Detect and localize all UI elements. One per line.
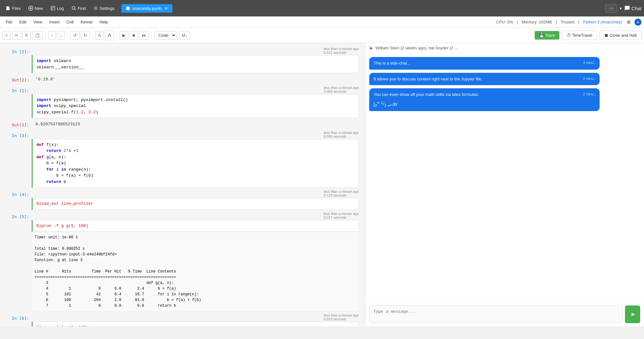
next-button[interactable]: ⏭ — [139, 31, 149, 40]
cell-2-input[interactable]: import sklearn sklearn.__version__ — [32, 55, 359, 73]
expand-icon[interactable]: ▶ — [370, 46, 373, 50]
cell-3-in-prompt: In [3]: — [6, 131, 32, 188]
send-button[interactable]: ➤ — [625, 305, 640, 323]
svg-point-1 — [72, 7, 75, 9]
save-button[interactable]: 💾 Save — [535, 31, 559, 40]
cell-1-input[interactable]: import pyximport; pyximport.install() im… — [32, 94, 359, 118]
cell-5-in-prompt: In [5]: — [6, 212, 32, 312]
redo-button[interactable]: ↻ — [81, 31, 90, 40]
chat-message-2-text: It allows you to discuss content right n… — [374, 77, 482, 81]
undo-button[interactable]: ↺ — [70, 31, 80, 40]
menu-help[interactable]: Help — [96, 18, 111, 26]
status-info: CPU: 0% | Memory: 102MB | Trusted | Pyth… — [496, 19, 641, 26]
cell-2-out-prompt: Out[2]: — [6, 75, 32, 84]
chat-label: Chat — [631, 6, 641, 11]
cell-type-select[interactable]: Code — [154, 31, 177, 40]
new-button[interactable]: New — [25, 4, 46, 13]
log-button[interactable]: Log — [47, 4, 67, 13]
chat-messages: This is a side-chat... 3 minu... It allo… — [365, 53, 644, 302]
notebook-tab[interactable]: anaconda.ipynb ✕ — [121, 4, 172, 13]
sep4 — [117, 31, 117, 40]
cell-5-meta: less than a minute ago0.011 seconds — [32, 212, 359, 219]
cell-4-in-prompt: In [4]: — [6, 190, 32, 210]
top-nav: Files New Log Find Settings anaconda.ipy… — [0, 0, 644, 16]
cell-3-input[interactable]: def f(x): return 2*x +1 def g(a, n): b =… — [32, 139, 359, 188]
anaconda-icon: A — [634, 19, 641, 26]
sep5 — [151, 31, 152, 40]
cell-3: In [3]: less than a minute ago0.009 seco… — [6, 131, 359, 188]
find-button[interactable]: Find — [68, 4, 89, 13]
markdown-button[interactable]: M↓ — [179, 31, 190, 40]
cell-2: In [2]: less than a minute ago0.121 seco… — [6, 47, 359, 73]
move-down-button[interactable]: ↓ — [57, 31, 65, 40]
cell-6: In [6]: less than a minute ago0.013 seco… — [6, 313, 359, 326]
cell-4-input[interactable]: %load_ext line_profiler — [32, 198, 359, 210]
settings-button[interactable]: Settings — [90, 4, 118, 13]
math-formula: ∫0∞ 1/1−x² dx — [374, 100, 595, 108]
sep3 — [93, 31, 93, 40]
files-button[interactable]: Files — [3, 4, 24, 13]
add-cell-button[interactable]: + — [3, 31, 11, 40]
halt-icon: ⏹ — [604, 33, 609, 38]
stop-button[interactable]: ■ — [130, 31, 138, 40]
cell-5-input[interactable]: %lprun -f g g(5, 100) — [32, 220, 359, 232]
chat-message-3-time: 2 minu... — [583, 91, 596, 97]
tab-close-icon[interactable]: ✕ — [164, 6, 168, 11]
save-icon: 💾 — [539, 33, 544, 38]
cut-button[interactable]: ✂ — [12, 31, 21, 40]
memory-status: Memory: 102MB — [522, 20, 552, 24]
kernel-circle-icon — [627, 20, 631, 24]
menu-view[interactable]: View — [30, 18, 45, 26]
cell-2-body: less than a minute ago0.121 seconds impo… — [32, 47, 359, 73]
chat-input-area: ➤ — [365, 302, 644, 326]
dropdown-icon[interactable]: ▾ — [620, 6, 622, 11]
send-icon: ➤ — [630, 311, 635, 318]
menu-kernel[interactable]: Kernel — [77, 18, 96, 26]
status-sep3: | — [578, 20, 579, 24]
toolbar: + ✂ ⎘ 📋 ↑ ↓ ↺ ↻ A A ▶ ■ ⏭ Code M↓ 💾 Save… — [0, 28, 644, 43]
cell-6-body: less than a minute ago0.013 seconds %lpr… — [32, 313, 359, 326]
cell-4-body: less than a minute ago0.123 seconds %loa… — [32, 190, 359, 210]
run-button[interactable]: ▶ — [119, 31, 128, 40]
move-up-button[interactable]: ↑ — [48, 31, 56, 40]
halt-button[interactable]: ⏹ Close and Halt — [600, 31, 641, 40]
chat-bubble-1: This is a side-chat... 3 minu... — [369, 57, 600, 70]
cell-5-output: Timer unit: 1e-06 s Total time: 0.000252… — [32, 232, 359, 311]
copy-button[interactable]: ⎘ — [23, 31, 31, 40]
cell-5-body: less than a minute ago0.011 seconds %lpr… — [32, 212, 359, 312]
notebook-area[interactable]: In [2]: less than a minute ago0.121 seco… — [0, 43, 365, 326]
cell-6-input[interactable]: %lprun -f f g(5, 100) — [32, 322, 359, 326]
nav-right: 📹 ▾ Chat — [605, 4, 641, 13]
menu-file[interactable]: File — [3, 18, 16, 26]
menu-insert[interactable]: Insert — [46, 18, 63, 26]
menu-cell[interactable]: Cell — [63, 18, 77, 26]
cell-1-out: Out[1]: 0.9207537886523123 — [6, 120, 359, 129]
find-label: Find — [78, 6, 86, 11]
status-sep2: | — [556, 20, 557, 24]
main-layout: In [2]: less than a minute ago0.121 seco… — [0, 43, 644, 326]
cell-3-meta: less than a minute ago0.009 seconds — [32, 131, 359, 138]
paste-button[interactable]: 📋 — [32, 31, 43, 40]
chat-message-2-time: 2 minu... — [583, 76, 596, 81]
chat-button[interactable]: Chat — [624, 5, 641, 11]
menu-edit[interactable]: Edit — [16, 18, 29, 26]
video-button[interactable]: 📹 — [605, 4, 617, 13]
trusted-badge: Trusted — [561, 20, 575, 24]
font-increase-button[interactable]: A — [105, 31, 114, 40]
chat-input[interactable] — [369, 305, 622, 323]
timetravel-icon: ⏱ — [567, 33, 571, 38]
cell-1-in-prompt: In [1]: — [6, 86, 32, 118]
chat-header-text: William Stein (2 weeks ago), hal Snyder … — [376, 46, 458, 50]
files-label: Files — [12, 6, 21, 11]
font-decrease-button[interactable]: A — [95, 31, 104, 40]
chat-message-1-text: This is a side-chat... — [374, 61, 410, 66]
cell-3-body: less than a minute ago0.009 seconds def … — [32, 131, 359, 188]
cell-1-meta: less than a minute ago3.469 seconds — [32, 86, 359, 93]
timetravel-button[interactable]: ⏱ TimeTravel — [562, 31, 597, 40]
cell-6-in-prompt: In [6]: — [6, 313, 32, 326]
halt-label: Close and Halt — [610, 33, 637, 38]
status-sep1: | — [517, 20, 518, 24]
svg-point-2 — [95, 8, 97, 9]
chat-bubble-2: It allows you to discuss content right n… — [369, 73, 600, 85]
cell-2-in-prompt: In [2]: — [6, 47, 32, 73]
